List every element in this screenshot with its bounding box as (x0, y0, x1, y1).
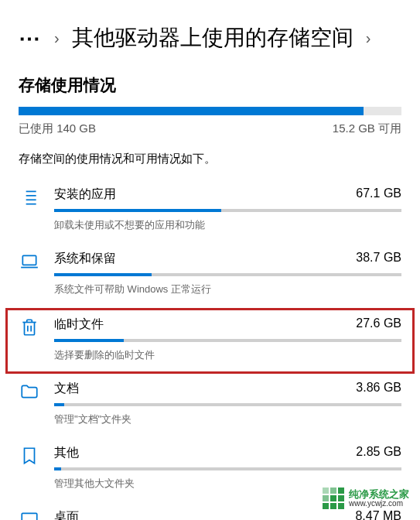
category-size: 67.1 GB (356, 186, 401, 203)
category-sub: 系统文件可帮助 Windows 正常运行 (54, 282, 401, 296)
storage-description: 存储空间的使用情况和可用情况如下。 (0, 147, 420, 180)
laptop-icon (19, 251, 40, 296)
category-size: 38.7 GB (356, 251, 401, 267)
chevron-right-icon: › (54, 29, 60, 47)
section-heading: 存储使用情况 (0, 60, 420, 107)
category-size: 27.6 GB (356, 316, 401, 333)
watermark-text: 纯净系统之家 (349, 489, 409, 500)
category-name: 桌面 (54, 509, 79, 520)
chevron-right-icon: › (366, 29, 371, 47)
category-bar (54, 403, 401, 406)
folder-icon (19, 381, 40, 426)
category-bar (54, 273, 401, 276)
category-sub: 选择要删除的临时文件 (54, 348, 401, 362)
category-size: 2.85 GB (356, 445, 401, 461)
monitor-icon (19, 509, 40, 520)
watermark-logo-icon (323, 488, 344, 509)
category-sub: 管理"文档"文件夹 (54, 412, 401, 426)
storage-category[interactable]: 安装的应用67.1 GB卸载未使用或不想要的应用和功能 (0, 180, 420, 245)
category-bar (54, 467, 401, 470)
free-label: 15.2 GB 可用 (333, 121, 401, 136)
used-label: 已使用 140 GB (19, 121, 96, 136)
category-bar (54, 339, 401, 342)
storage-total-bar (0, 107, 420, 115)
category-size: 8.47 MB (355, 509, 401, 520)
breadcrumb: ⋯ › 其他驱动器上使用的存储空间 › (0, 0, 420, 60)
bookmark-icon (19, 445, 40, 491)
watermark: 纯净系统之家 www.ycwjz.com (323, 488, 409, 509)
category-name: 临时文件 (54, 316, 104, 333)
category-name: 系统和保留 (54, 251, 116, 267)
category-bar (54, 209, 401, 212)
trash-icon (19, 316, 40, 362)
category-name: 文档 (54, 381, 79, 397)
breadcrumb-more[interactable]: ⋯ (19, 26, 42, 51)
category-size: 3.86 GB (356, 381, 401, 397)
page-title: 其他驱动器上使用的存储空间 (72, 23, 353, 53)
list-icon (19, 186, 40, 232)
category-name: 安装的应用 (54, 186, 116, 203)
watermark-url: www.ycwjz.com (349, 499, 409, 508)
storage-category[interactable]: 文档3.86 GB管理"文档"文件夹 (0, 375, 420, 439)
svg-rect-8 (22, 255, 36, 265)
svg-rect-12 (22, 513, 37, 520)
storage-category[interactable]: 系统和保留38.7 GB系统文件可帮助 Windows 正常运行 (0, 245, 420, 309)
storage-total-labels: 已使用 140 GB 15.2 GB 可用 (0, 115, 420, 147)
category-name: 其他 (54, 445, 79, 461)
category-sub: 卸载未使用或不想要的应用和功能 (54, 218, 401, 232)
storage-category[interactable]: 临时文件27.6 GB选择要删除的临时文件 (6, 309, 414, 373)
